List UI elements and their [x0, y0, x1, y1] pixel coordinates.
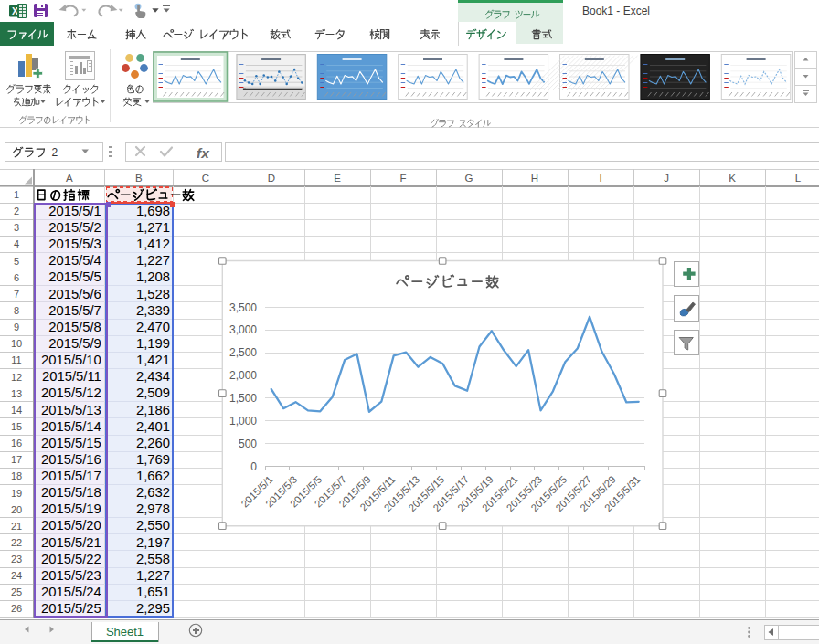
- svg-text:3,000: 3,000: [229, 323, 257, 336]
- svg-text:fx: fx: [197, 145, 210, 161]
- svg-text:3,500: 3,500: [229, 301, 257, 314]
- svg-text:7: 7: [14, 289, 19, 300]
- svg-text:2015/5/9: 2015/5/9: [48, 336, 101, 351]
- svg-text:2,550: 2,550: [136, 518, 170, 533]
- svg-text:2015/5/4: 2015/5/4: [48, 253, 101, 268]
- svg-text:2015/5/10: 2015/5/10: [41, 353, 101, 367]
- svg-text:2015/5/23: 2015/5/23: [41, 568, 101, 583]
- svg-text:2,401: 2,401: [136, 419, 170, 434]
- svg-text:B: B: [135, 173, 143, 184]
- svg-text:0: 0: [250, 460, 257, 473]
- svg-text:1,662: 1,662: [136, 469, 170, 483]
- svg-text:1,651: 1,651: [136, 585, 170, 599]
- svg-text:2,000: 2,000: [229, 369, 257, 382]
- svg-text:23: 23: [11, 554, 22, 565]
- svg-text:16: 16: [11, 438, 22, 449]
- svg-text:J: J: [664, 173, 669, 184]
- svg-text:2015/5/11: 2015/5/11: [42, 369, 101, 384]
- svg-text:1,227: 1,227: [136, 253, 170, 268]
- svg-text:20: 20: [11, 504, 22, 515]
- svg-text:1,199: 1,199: [136, 336, 170, 351]
- svg-text:2015/5/18: 2015/5/18: [41, 485, 101, 500]
- svg-text:1: 1: [14, 189, 19, 200]
- svg-text:26: 26: [11, 603, 22, 614]
- svg-text:2,978: 2,978: [136, 501, 170, 516]
- svg-text:2015/5/21: 2015/5/21: [41, 535, 101, 550]
- svg-text:1,412: 1,412: [136, 237, 170, 251]
- svg-text:H: H: [531, 173, 538, 184]
- svg-text:13: 13: [11, 388, 22, 399]
- svg-text:2,500: 2,500: [229, 346, 257, 359]
- svg-text:10: 10: [11, 338, 22, 349]
- svg-text:2015/5/12: 2015/5/12: [41, 385, 101, 400]
- svg-text:2015/5/13: 2015/5/13: [41, 403, 101, 417]
- svg-text:1,271: 1,271: [136, 220, 170, 235]
- svg-text:I: I: [599, 173, 601, 184]
- svg-text:4: 4: [14, 238, 19, 249]
- svg-text:8: 8: [14, 305, 19, 316]
- svg-text:1,208: 1,208: [136, 269, 170, 284]
- svg-text:3: 3: [14, 222, 19, 233]
- svg-text:2015/5/6: 2015/5/6: [48, 287, 101, 301]
- svg-text:2,339: 2,339: [136, 303, 170, 318]
- svg-text:2015/5/17: 2015/5/17: [41, 469, 101, 483]
- svg-text:K: K: [729, 173, 736, 184]
- svg-text:2,260: 2,260: [136, 436, 170, 450]
- svg-text:2,295: 2,295: [136, 601, 170, 616]
- svg-text:2,632: 2,632: [136, 485, 170, 500]
- svg-text:2015/5/5: 2015/5/5: [48, 269, 101, 284]
- svg-text:1,227: 1,227: [136, 568, 170, 583]
- svg-text:12: 12: [11, 372, 22, 383]
- svg-text:2015/5/22: 2015/5/22: [41, 552, 101, 566]
- svg-text:E: E: [334, 173, 341, 184]
- svg-text:2,558: 2,558: [136, 552, 170, 566]
- svg-text:22: 22: [11, 537, 22, 548]
- svg-text:21: 21: [11, 521, 22, 532]
- svg-text:2,197: 2,197: [136, 535, 170, 550]
- svg-text:1,528: 1,528: [136, 287, 170, 301]
- svg-text:2015/5/24: 2015/5/24: [41, 585, 101, 599]
- svg-text:500: 500: [239, 438, 257, 450]
- svg-text:17: 17: [11, 454, 22, 465]
- svg-text:A: A: [66, 173, 73, 184]
- svg-text:25: 25: [11, 586, 22, 597]
- svg-text:2015/5/2: 2015/5/2: [48, 220, 101, 235]
- svg-text:X: X: [12, 5, 18, 16]
- svg-text:2015/5/14: 2015/5/14: [41, 419, 101, 434]
- svg-text:2015/5/25: 2015/5/25: [41, 601, 101, 616]
- svg-text:2: 2: [52, 146, 58, 159]
- svg-text:2015/5/8: 2015/5/8: [48, 320, 101, 334]
- svg-text:2015/5/19: 2015/5/19: [41, 501, 101, 516]
- svg-text:6: 6: [14, 272, 19, 283]
- svg-text:C: C: [202, 173, 209, 184]
- svg-text:2015/5/16: 2015/5/16: [41, 452, 101, 467]
- svg-text:L: L: [795, 173, 802, 184]
- svg-text:15: 15: [11, 421, 22, 432]
- svg-text:D: D: [268, 173, 275, 184]
- svg-text:Sheet1: Sheet1: [106, 625, 144, 639]
- svg-text:24: 24: [11, 570, 22, 581]
- svg-text:G: G: [465, 173, 473, 184]
- svg-text:1,769: 1,769: [136, 452, 170, 467]
- svg-text:1,000: 1,000: [229, 415, 257, 428]
- svg-text:1,500: 1,500: [229, 392, 257, 405]
- svg-text:1,698: 1,698: [136, 204, 170, 218]
- svg-text:1,421: 1,421: [136, 353, 170, 367]
- svg-text:2,509: 2,509: [136, 385, 170, 400]
- svg-text:11: 11: [11, 354, 21, 365]
- svg-text:2015/5/1: 2015/5/1: [48, 204, 101, 218]
- svg-text:F: F: [399, 173, 406, 184]
- svg-text:2,434: 2,434: [136, 369, 170, 384]
- svg-text:2015/5/15: 2015/5/15: [41, 436, 101, 450]
- svg-text:2015/5/7: 2015/5/7: [48, 303, 101, 318]
- svg-text:2015/5/3: 2015/5/3: [48, 237, 101, 251]
- svg-text:2,470: 2,470: [136, 320, 170, 334]
- svg-text:2,186: 2,186: [136, 403, 170, 417]
- svg-text:9: 9: [14, 322, 19, 333]
- svg-text:2: 2: [14, 206, 19, 216]
- svg-text:2015/5/20: 2015/5/20: [41, 518, 101, 533]
- svg-text:Book1 - Excel: Book1 - Excel: [582, 5, 650, 17]
- svg-text:14: 14: [11, 405, 22, 416]
- svg-text:19: 19: [11, 488, 22, 499]
- svg-text:5: 5: [14, 256, 19, 267]
